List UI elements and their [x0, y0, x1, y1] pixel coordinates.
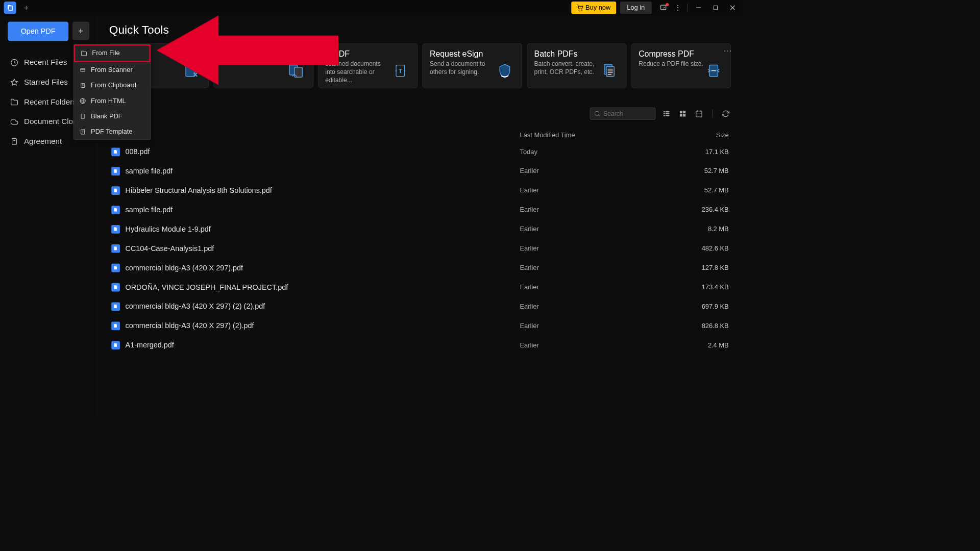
- search-field[interactable]: [603, 110, 651, 117]
- file-name: commercial bldg-A3 (420 X 297).pdf: [126, 264, 520, 272]
- file-row[interactable]: Hydraulics Module 1-9.pdfEarlier8.2 MB: [109, 219, 731, 239]
- file-row[interactable]: sample file.pdfEarlier236.4 KB: [109, 201, 731, 220]
- file-date: Earlier: [520, 322, 674, 330]
- tool-card[interactable]: Request eSignSend a document to others f…: [423, 43, 523, 88]
- file-date: Earlier: [520, 303, 674, 310]
- file-date: Earlier: [520, 187, 674, 194]
- dropdown-item-icon: [79, 66, 86, 73]
- pdf-file-icon: [111, 225, 120, 234]
- file-size: 697.9 KB: [675, 303, 729, 310]
- svg-rect-35: [680, 111, 682, 113]
- calendar-icon[interactable]: [694, 108, 704, 119]
- file-row[interactable]: commercial bldg-A3 (420 X 297).pdfEarlie…: [109, 258, 731, 278]
- col-size[interactable]: Size: [675, 132, 729, 139]
- create-pdf-dropdown: From FileFrom ScannerFrom ClipboardFrom …: [74, 44, 151, 140]
- tool-icon: [496, 62, 514, 81]
- sidebar-item-label: Recent Folders: [24, 97, 77, 106]
- tool-desc: Send a document to others for signing.: [430, 60, 496, 76]
- tool-card[interactable]: Batch PDFsBatch convert, create, print, …: [527, 43, 627, 88]
- file-size: 127.8 KB: [675, 264, 729, 272]
- file-row[interactable]: Hibbeler Structural Analysis 8th Solutio…: [109, 181, 731, 201]
- file-row[interactable]: ORDOÑA, VINCE JOSEPH_FINAL PROJECT.pdfEa…: [109, 278, 731, 297]
- file-size: 236.4 KB: [675, 206, 729, 214]
- app-logo-icon[interactable]: [4, 2, 16, 14]
- svg-rect-29: [664, 111, 665, 113]
- file-row[interactable]: sample file.pdfEarlier52.7 MB: [109, 162, 731, 181]
- dropdown-item[interactable]: PDF Template: [74, 124, 151, 139]
- tool-icon: T: [392, 62, 410, 81]
- file-list: 008.pdfToday17.1 KBsample file.pdfEarlie…: [109, 142, 731, 355]
- file-name: commercial bldg-A3 (420 X 297) (2).pdf: [126, 321, 520, 330]
- svg-rect-4: [661, 5, 666, 10]
- search-icon: [594, 111, 600, 117]
- file-name: CC104-Case-Analysis1.pdf: [126, 244, 520, 253]
- tool-desc: Reduce a PDF file size.: [639, 60, 705, 68]
- refresh-icon[interactable]: [720, 108, 731, 119]
- svg-rect-6: [714, 6, 718, 10]
- tool-icon: [601, 62, 619, 81]
- add-button[interactable]: +: [72, 21, 89, 40]
- notification-icon[interactable]: [656, 2, 670, 14]
- svg-rect-11: [12, 138, 17, 144]
- file-date: Earlier: [520, 264, 674, 272]
- search-input[interactable]: [590, 108, 656, 120]
- file-date: Earlier: [520, 206, 674, 214]
- more-icon[interactable]: ⋯: [723, 45, 732, 56]
- folder-icon: [10, 97, 19, 106]
- maximize-button[interactable]: [707, 2, 724, 14]
- svg-point-27: [595, 111, 599, 115]
- file-name: Hydraulics Module 1-9.pdf: [126, 225, 520, 234]
- svg-text:T: T: [399, 68, 402, 74]
- pdf-file-icon: [111, 264, 120, 272]
- grid-view-icon[interactable]: [677, 108, 688, 119]
- file-row[interactable]: CC104-Case-Analysis1.pdfEarlier482.6 KB: [109, 239, 731, 258]
- dropdown-item[interactable]: From Scanner: [74, 62, 151, 78]
- file-name: A1-merged.pdf: [126, 341, 520, 349]
- file-row[interactable]: commercial bldg-A3 (420 X 297) (2) (2).p…: [109, 297, 731, 316]
- file-row[interactable]: commercial bldg-A3 (420 X 297) (2).pdfEa…: [109, 316, 731, 336]
- file-row[interactable]: A1-merged.pdfEarlier2.4 MB: [109, 336, 731, 355]
- svg-rect-36: [683, 111, 685, 113]
- dropdown-item[interactable]: Blank PDF: [74, 109, 151, 124]
- dropdown-item-label: From Clipboard: [91, 82, 136, 89]
- dropdown-item[interactable]: From File: [74, 44, 151, 62]
- file-row[interactable]: 008.pdfToday17.1 KB: [109, 142, 731, 162]
- file-size: 8.2 MB: [675, 226, 729, 233]
- star-icon: [10, 78, 19, 87]
- svg-rect-34: [666, 115, 670, 116]
- kebab-menu-icon[interactable]: ⋮: [670, 1, 685, 14]
- list-view-icon[interactable]: [661, 108, 672, 119]
- minimize-button[interactable]: [690, 2, 707, 14]
- svg-rect-32: [666, 113, 670, 115]
- dropdown-item-icon: [79, 97, 86, 105]
- file-name: Hibbeler Structural Analysis 8th Solutio…: [126, 186, 520, 195]
- tool-icon: [705, 62, 723, 81]
- login-button[interactable]: Log in: [620, 2, 652, 14]
- dropdown-item-label: Blank PDF: [91, 113, 122, 120]
- dropdown-item-icon: [79, 113, 86, 120]
- tool-card[interactable]: Compress PDFReduce a PDF file size.: [631, 43, 731, 88]
- file-date: Earlier: [520, 167, 674, 175]
- dropdown-item-icon: [81, 50, 88, 57]
- clock-icon: [10, 58, 19, 67]
- buy-label: Buy now: [585, 4, 610, 12]
- dropdown-item[interactable]: From HTML: [74, 93, 151, 109]
- file-date: Earlier: [520, 283, 674, 291]
- svg-rect-1: [9, 6, 12, 11]
- col-name[interactable]: Name: [111, 132, 520, 139]
- new-tab-button[interactable]: +: [19, 2, 33, 14]
- sidebar-item-label: Agreement: [24, 137, 62, 145]
- dropdown-item-label: From File: [92, 49, 119, 57]
- open-pdf-button[interactable]: Open PDF: [8, 21, 68, 41]
- svg-rect-30: [666, 111, 670, 113]
- svg-rect-38: [683, 114, 685, 116]
- col-date[interactable]: Last Modified Time: [520, 132, 674, 139]
- cloud-icon: [10, 117, 19, 126]
- document-icon: [10, 137, 19, 146]
- table-header: Name Last Modified Time Size: [109, 129, 731, 142]
- buy-now-button[interactable]: Buy now: [572, 2, 616, 14]
- dropdown-item[interactable]: From Clipboard: [74, 78, 151, 93]
- tool-desc: Batch convert, create, print, OCR PDFs, …: [534, 60, 601, 76]
- close-button[interactable]: [724, 2, 741, 14]
- file-size: 826.8 KB: [675, 322, 729, 330]
